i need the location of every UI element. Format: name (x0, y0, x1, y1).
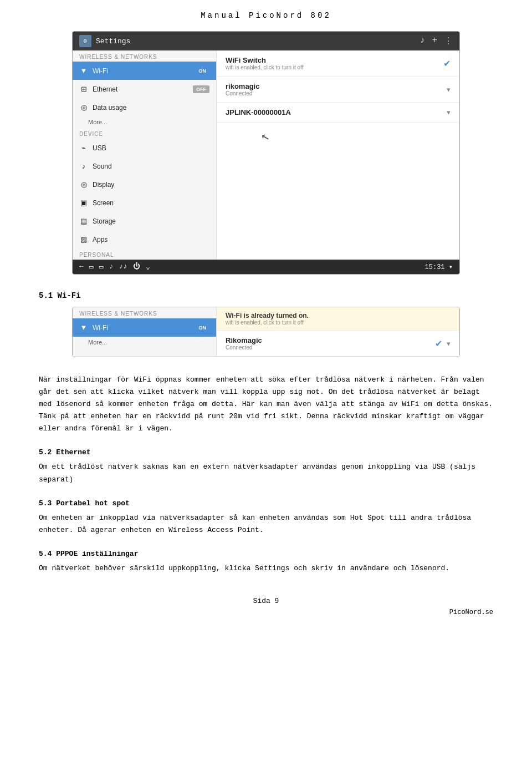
wifi-jplink-info: JPLINK-00000001A (226, 108, 291, 116)
section-52-heading: 5.2 Ethernet (39, 448, 493, 456)
ethernet-icon: ⊞ (79, 85, 88, 93)
wifi-jplink-item[interactable]: JPLINK-00000001A ▾ (217, 103, 459, 123)
settings-item-display[interactable]: ◎ Display (73, 175, 216, 194)
topbar-left: ⚙ Settings (79, 35, 130, 47)
screenshot1: ⚙ Settings ♪ + ⋮ WIRELESS & NETWORKS ▼ W… (72, 31, 460, 275)
section3-label: PERSONAL (73, 248, 216, 260)
vol-up-icon: ♪♪ (119, 262, 127, 271)
section-54-heading: 5.4 PPPOE inställningar (39, 550, 493, 558)
settings-item-wifi[interactable]: ▼ Wi-Fi ON (73, 62, 216, 80)
topbar-right: ♪ + ⋮ (420, 35, 453, 47)
footer: Sida 9 PicoNord.se (33, 597, 499, 616)
wifi-active-icon: ▼ (79, 323, 88, 332)
wifi-switch-item[interactable]: WiFi Switch wifi is enabled, click to tu… (217, 50, 459, 77)
section2-label: DEVICE (73, 128, 216, 139)
sound-label: Sound (93, 163, 112, 170)
settings-item-screen[interactable]: ▣ Screen (73, 194, 216, 212)
settings-statusbar: ← ▭ ▭ ♪ ♪♪ ⏻ ⌄ 15:31 ▾ (73, 260, 459, 274)
wifi-jplink-name: JPLINK-00000001A (226, 108, 291, 116)
down-icon: ⌄ (146, 262, 150, 271)
wifi-rikomagic-sub2: Connected (226, 344, 262, 351)
ethernet-label: Ethernet (93, 85, 117, 93)
storage-label: Storage (93, 217, 116, 225)
data-usage-label: Data usage (93, 104, 126, 111)
add-icon: + (432, 35, 437, 47)
wifi-rikomagic-item[interactable]: rikomagic Connected ▾ (217, 77, 459, 103)
display-label: Display (93, 181, 114, 189)
wifi-active-toggle[interactable]: ON (196, 324, 210, 332)
wifi-active-label: Wi-Fi (93, 324, 108, 332)
usb-label: USB (93, 144, 106, 152)
usb-icon: ⌁ (79, 144, 88, 152)
cursor-arrow: ↖ (259, 128, 270, 145)
cursor-area: ↖ (217, 123, 459, 156)
wifi-rikomagic-info2: Rikomagic Connected (226, 336, 262, 351)
settings-item-more[interactable]: More... (73, 116, 216, 128)
wifi-banner: Wi-Fi is already turned on. wifi is enab… (217, 307, 459, 331)
wifi-on-sub: wifi is enabled, click to turn it off (226, 319, 451, 326)
wifi-section-label: WIRELESS & NETWORKS (73, 307, 216, 318)
wifi-icon: ▼ (79, 67, 88, 75)
wifi-rikomagic-check2: ✔ (435, 338, 442, 349)
settings-item-storage[interactable]: ▤ Storage (73, 212, 216, 230)
vol-down-icon: ♪ (109, 262, 113, 271)
wifi-item-active[interactable]: ▼ Wi-Fi ON (73, 318, 216, 337)
statusbar-time: 15:31 ▾ (425, 263, 453, 271)
page-label: Sida 9 (253, 597, 279, 605)
wifi-more[interactable]: More... (73, 337, 216, 348)
back-icon: ← (79, 262, 84, 271)
wifi-switch-check: ✔ (443, 58, 451, 69)
section-52-text: Om ett trådlöst nätverk saknas kan en ex… (39, 461, 493, 485)
wifi-switch-info: WiFi Switch wifi is enabled, click to tu… (226, 56, 303, 70)
wifi-rikomagic-info: rikomagic Connected (226, 82, 259, 97)
settings-item-usb[interactable]: ⌁ USB (73, 139, 216, 157)
recent-icon: ▭ (99, 262, 104, 271)
wifi-rikomagic-name: rikomagic (226, 82, 259, 90)
wifi-toggle[interactable]: ON (196, 67, 210, 75)
section-54-text: Om nätverket behöver särskild uppkopplin… (39, 562, 493, 575)
statusbar-left: ← ▭ ▭ ♪ ♪♪ ⏻ ⌄ (79, 262, 150, 271)
main-content: När inställningar för WiFi öppnas kommer… (33, 374, 499, 575)
wifi-rikomagic-signal: ▾ (447, 85, 451, 94)
screen-icon: ▣ (79, 199, 88, 207)
sound-icon: ♪ (79, 162, 88, 170)
data-usage-icon: ◎ (79, 103, 88, 111)
settings-left-panel: WIRELESS & NETWORKS ▼ Wi-Fi ON ⊞ Etherne… (73, 50, 217, 260)
section-53-text: Om enheten är inkopplad via nätverksadap… (39, 512, 493, 536)
wifi-label: Wi-Fi (93, 67, 108, 75)
settings-icon-box: ⚙ (79, 35, 91, 47)
wifi-switch-name: WiFi Switch (226, 56, 303, 64)
volume-icon: ♪ (420, 35, 426, 47)
settings-body: WIRELESS & NETWORKS ▼ Wi-Fi ON ⊞ Etherne… (73, 50, 459, 260)
wifi-panel-body: WIRELESS & NETWORKS ▼ Wi-Fi ON More... W… (73, 307, 459, 357)
wifi-rikomagic-signal2: ▾ (447, 339, 451, 348)
wifi-rikomagic-item2[interactable]: Rikomagic Connected ✔ ▾ (217, 331, 459, 357)
footer-site: PicoNord.se (449, 608, 493, 616)
section1-label: WIRELESS & NETWORKS (73, 50, 216, 62)
settings-right-panel: WiFi Switch wifi is enabled, click to tu… (217, 50, 459, 260)
settings-item-apps[interactable]: ▨ Apps (73, 230, 216, 248)
page-footer-bottom: PicoNord.se (39, 608, 493, 616)
settings-item-sound[interactable]: ♪ Sound (73, 157, 216, 175)
settings-item-ethernet[interactable]: ⊞ Ethernet OFF (73, 80, 216, 98)
screenshot2: WIRELESS & NETWORKS ▼ Wi-Fi ON More... W… (72, 307, 460, 357)
storage-icon: ▤ (79, 217, 88, 225)
section-51-heading: 5.1 Wi-Fi (39, 291, 493, 300)
page-header: Manual PicoNord 802 (33, 11, 499, 20)
ethernet-toggle[interactable]: OFF (193, 85, 209, 93)
wifi-on-title: Wi-Fi is already turned on. (226, 312, 451, 319)
section-51-text: När inställningar för WiFi öppnas kommer… (39, 374, 493, 435)
apps-label: Apps (93, 236, 108, 243)
screen-label: Screen (93, 199, 114, 207)
wifi-right-panel: Wi-Fi is already turned on. wifi is enab… (217, 307, 459, 357)
settings-title: Settings (96, 37, 130, 45)
settings-topbar: ⚙ Settings ♪ + ⋮ (73, 32, 459, 50)
settings-item-data-usage[interactable]: ◎ Data usage (73, 98, 216, 116)
content-area: 5.1 Wi-Fi (33, 291, 499, 300)
apps-icon: ▨ (79, 235, 88, 243)
header-title: Manual PicoNord 802 (201, 11, 331, 20)
wifi-left-panel: WIRELESS & NETWORKS ▼ Wi-Fi ON More... (73, 307, 217, 357)
page-footer: Sida 9 (39, 597, 493, 605)
power-icon: ⏻ (133, 262, 140, 271)
home-icon: ▭ (89, 262, 94, 271)
